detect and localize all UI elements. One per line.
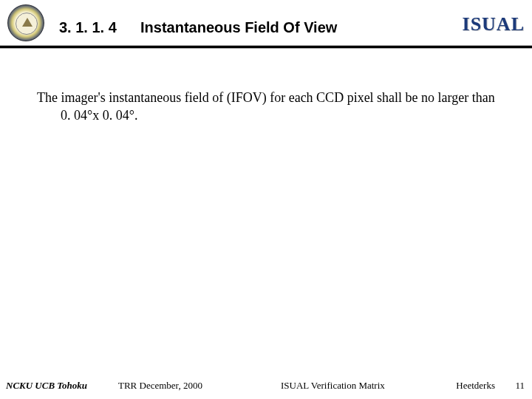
footer-page-number: 11 (515, 380, 525, 392)
footer-orgs: NCKU UCB Tohoku (6, 380, 87, 392)
header-divider (0, 46, 532, 48)
footer-author: Heetderks (456, 380, 495, 392)
body-paragraph: The imager's instantaneous field of (IFO… (37, 89, 495, 125)
isual-logo: ISUAL (463, 13, 525, 35)
footer-doc-title: ISUAL Verification Matrix (281, 380, 385, 392)
slide-title: Instantaneous Field Of View (140, 19, 337, 36)
footer-doc-ref: TRR December, 2000 (118, 380, 202, 392)
slide-header: 3. 1. 1. 4 Instantaneous Field Of View I… (0, 0, 532, 44)
section-number: 3. 1. 1. 4 (59, 19, 117, 36)
ucb-seal-icon (7, 4, 44, 41)
body-text-content: The imager's instantaneous field of (IFO… (37, 89, 495, 125)
